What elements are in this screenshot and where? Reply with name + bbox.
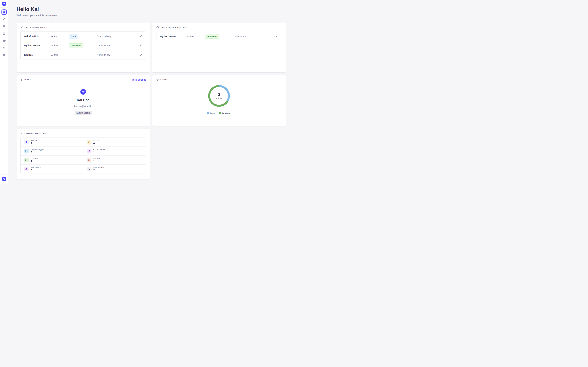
legend-label: Published <box>222 112 231 115</box>
legend-swatch <box>207 112 209 114</box>
stat-value: 6 <box>31 151 45 154</box>
stat-content-types: Content-Types6 <box>21 147 83 156</box>
share-nodes-icon <box>86 149 91 153</box>
edit-entry-button[interactable] <box>139 54 142 56</box>
sidebar: KD <box>0 0 8 184</box>
status-badge: Draft <box>69 34 78 39</box>
pencil-icon <box>139 35 142 38</box>
last-edited-entries-card: LAST EDITED ENTRIES A draft article Arti… <box>17 23 150 72</box>
stat-label: Content-Types <box>31 148 45 151</box>
sidebar-item-settings[interactable] <box>1 52 7 58</box>
table-row[interactable]: A draft article Article Draft 2 seconds … <box>21 32 146 41</box>
pencil-icon <box>139 44 142 47</box>
page-title: Hello Kai <box>17 6 286 12</box>
table-row[interactable]: My first article Article Published 1 min… <box>21 41 146 50</box>
trend-up-icon <box>20 132 23 134</box>
stat-label: Components <box>93 148 105 151</box>
card-header: PROFILE Profile settings <box>17 75 150 83</box>
edit-entry-button[interactable] <box>275 35 278 38</box>
admin-user-icon <box>86 158 91 162</box>
entries-donut-chart: 3 entries <box>207 84 231 108</box>
card-title: LAST EDITED ENTRIES <box>25 26 47 28</box>
entries-chart-card: ENTRIES 3 entries <box>152 75 286 126</box>
key-icon <box>86 167 91 171</box>
stat-value: 1 <box>93 151 105 154</box>
status-badge: Published <box>205 34 219 39</box>
stat-locales: Locales1 <box>21 156 83 165</box>
legend-item-draft: Draft <box>207 112 215 115</box>
stat-entries: Entries3 <box>21 138 83 147</box>
role-badge: SUPER ADMIN <box>75 111 92 115</box>
sidebar-item-marketplace[interactable] <box>1 45 7 50</box>
entry-name: Kai Doe <box>24 54 51 56</box>
stat-admins: Admins1 <box>83 156 146 165</box>
card-header: PROJECT STATISTICS <box>17 129 150 136</box>
profile-card: PROFILE Profile settings KD Kai Doe kai.… <box>17 75 150 126</box>
webhook-icon <box>24 167 29 171</box>
last-published-table: My first article Article Published 1 min… <box>156 32 282 41</box>
pencil-icon <box>20 26 23 28</box>
stat-label: Admins <box>93 157 100 160</box>
sidebar-item-home[interactable] <box>1 9 7 15</box>
stat-value: 1 <box>31 160 38 163</box>
layout-icon <box>24 149 29 153</box>
strapi-logo-icon <box>3 2 5 5</box>
stat-value: 1 <box>93 160 100 163</box>
feather-icon <box>3 18 6 21</box>
card-title: PROFILE <box>25 79 33 81</box>
stat-api-tokens: API Tokens2 <box>83 165 146 174</box>
sidebar-item-content-manager[interactable] <box>1 17 7 22</box>
entry-time: 1 minute ago <box>233 35 267 38</box>
profile-name: Kai Doe <box>77 98 89 102</box>
edit-entry-button[interactable] <box>139 35 142 38</box>
page-subtitle: Welcome to your administration panel <box>17 14 286 17</box>
table-row[interactable]: My first article Article Published 1 min… <box>156 32 282 41</box>
stat-label: Webhooks <box>31 166 41 169</box>
user-icon <box>20 79 23 81</box>
entries-total-label: entries <box>216 97 223 100</box>
user-avatar[interactable]: KD <box>2 177 6 181</box>
stat-webhooks: Webhooks0 <box>21 165 83 174</box>
stat-value: 0 <box>31 169 41 172</box>
sidebar-item-media-library[interactable] <box>1 24 7 29</box>
last-edited-table: A draft article Article Draft 2 seconds … <box>20 32 146 60</box>
entry-name: A draft article <box>24 35 51 38</box>
media-library-icon <box>3 25 6 28</box>
check-circle-icon <box>156 26 159 29</box>
entry-type: Article <box>51 35 69 38</box>
marketplace-cart-icon <box>3 47 6 50</box>
stat-components: Components1 <box>83 147 146 156</box>
entry-time: 1 minute ago <box>97 54 131 56</box>
last-published-entries-card: LAST PUBLISHED ENTRIES My first article … <box>152 23 286 72</box>
strapi-logo[interactable] <box>2 2 6 6</box>
stat-value: 0 <box>93 142 100 145</box>
status-empty: - <box>69 54 97 56</box>
edit-entry-button[interactable] <box>139 44 142 47</box>
card-header: LAST PUBLISHED ENTRIES <box>152 23 286 31</box>
globe-icon <box>24 158 29 162</box>
legend-swatch <box>219 112 221 114</box>
content-type-builder-icon <box>3 32 6 35</box>
stat-label: API Tokens <box>93 166 104 169</box>
card-title: ENTRIES <box>160 79 169 81</box>
table-row[interactable]: Kai Doe Author - 1 minute ago <box>21 50 146 59</box>
card-title: PROJECT STATISTICS <box>25 132 46 134</box>
legend-item-published: Published <box>219 112 231 115</box>
pencil-icon <box>139 54 142 56</box>
main-content: Hello Kai Welcome to your administration… <box>8 0 294 184</box>
pencil-icon <box>275 35 278 38</box>
pie-chart-icon <box>156 78 159 81</box>
entries-total: 3 <box>218 92 220 96</box>
card-header: ENTRIES <box>152 75 286 83</box>
profile-settings-link[interactable]: Profile settings <box>131 78 146 81</box>
sidebar-divider-bottom <box>0 175 8 175</box>
entry-name: My first article <box>24 44 51 47</box>
sidebar-item-content-type-builder[interactable] <box>1 31 7 36</box>
sidebar-bottom: KD <box>0 175 8 184</box>
entry-type: Article <box>51 44 69 47</box>
stat-value: 2 <box>93 169 104 172</box>
sidebar-item-deploy[interactable] <box>1 38 7 43</box>
entry-name: My first article <box>160 35 187 38</box>
home-icon <box>3 11 5 13</box>
entry-type: Article <box>187 35 205 38</box>
